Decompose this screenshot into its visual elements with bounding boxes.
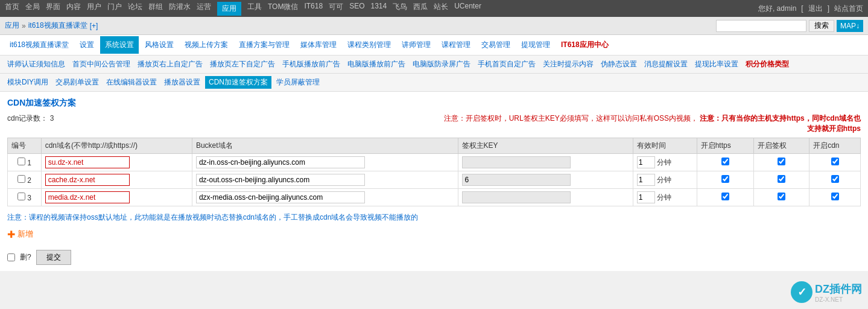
- sub1-home-notice[interactable]: 首页中间公告管理: [70, 58, 133, 71]
- nav-tools[interactable]: 工具: [247, 2, 262, 16]
- nav-content[interactable]: 内容: [66, 2, 81, 16]
- nav-1314[interactable]: 1314: [370, 2, 387, 16]
- row-checkbox-2[interactable]: [17, 175, 25, 183]
- nav-user[interactable]: 用户: [87, 2, 101, 16]
- time-input-1[interactable]: [637, 156, 655, 168]
- cdn-domain-input-2[interactable]: [45, 174, 130, 186]
- bucket-input-2[interactable]: [196, 174, 365, 186]
- https-checkbox-3[interactable]: [721, 193, 729, 200]
- sub1-static[interactable]: 伪静态设置: [598, 58, 639, 71]
- sub2-player[interactable]: 播放器设置: [162, 76, 203, 89]
- breadcrumb-add[interactable]: [+]: [90, 22, 98, 30]
- nav-ui[interactable]: 界面: [46, 2, 60, 16]
- sign-checkbox-1[interactable]: [778, 158, 785, 165]
- time-input-3[interactable]: [637, 191, 655, 203]
- breadcrumb-plugin[interactable]: it618视频直播课堂: [28, 21, 87, 31]
- time-input-2[interactable]: [637, 174, 655, 186]
- sub1-mobile-ad[interactable]: 手机版播放前广告: [280, 58, 343, 71]
- appnav-title[interactable]: it618视频直播课堂: [5, 36, 74, 54]
- sub1-price-type[interactable]: 积分价格类型: [743, 58, 791, 71]
- appnav-course[interactable]: 课程管理: [437, 36, 475, 54]
- cdn-checkbox-1[interactable]: [831, 158, 839, 165]
- map-button[interactable]: MAP↓: [837, 20, 863, 32]
- sub1-teacher-cert[interactable]: 讲师认证须知信息: [5, 58, 68, 71]
- bucket-input-1[interactable]: [196, 156, 365, 168]
- nav-spam[interactable]: 防灌水: [169, 2, 191, 16]
- row-checkbox-1[interactable]: [17, 158, 25, 165]
- sub2-trade-script[interactable]: 交易剧单设置: [53, 76, 101, 89]
- appnav-it618center[interactable]: IT618应用中心: [556, 36, 613, 54]
- nav-tomwx[interactable]: TOM微信: [268, 2, 298, 16]
- nav-group[interactable]: 群组: [148, 2, 163, 16]
- key-input-2[interactable]: [462, 174, 571, 186]
- nav-xigua[interactable]: 西瓜: [413, 2, 428, 16]
- footer-notice: 注意：课程的视频请保持oss默认地址，此功能就是在播放视频时动态替换cdn域名的…: [7, 212, 861, 223]
- nav-app[interactable]: 应用: [217, 2, 241, 16]
- col-num: 编号: [8, 138, 42, 153]
- sub-nav-1: 讲师认证须知信息 首页中间公告管理 播放页右上自定广告 播放页左下自定广告 手机…: [0, 56, 868, 74]
- sub1-follow-tip[interactable]: 关注时提示内容: [540, 58, 596, 71]
- submit-button[interactable]: 提交: [36, 250, 71, 265]
- appnav-media[interactable]: 媒体库管理: [296, 36, 341, 54]
- nav-portal[interactable]: 门户: [107, 2, 122, 16]
- add-button[interactable]: ✚ 新增: [7, 229, 33, 240]
- appnav-trade[interactable]: 交易管理: [477, 36, 515, 54]
- sub2-diy[interactable]: 模块DIY调用: [5, 76, 51, 89]
- appnav-settings[interactable]: 设置: [75, 36, 99, 54]
- appnav-withdraw[interactable]: 提现管理: [516, 36, 555, 54]
- nav-forum[interactable]: 论坛: [128, 2, 142, 16]
- nav-feiniao[interactable]: 飞鸟: [393, 2, 407, 16]
- appnav-live[interactable]: 直播方案与管理: [234, 36, 294, 54]
- sign-checkbox-2[interactable]: [778, 175, 785, 183]
- nav-home[interactable]: 首页: [5, 2, 19, 16]
- sub1-ad-bottom-left[interactable]: 播放页左下自定广告: [207, 58, 277, 71]
- delete-checkbox[interactable]: [7, 253, 15, 261]
- sub1-ad-top-right[interactable]: 播放页右上自定广告: [135, 58, 205, 71]
- nav-it618[interactable]: IT618: [304, 2, 323, 16]
- https-checkbox-1[interactable]: [721, 158, 729, 165]
- cdn-domain-input-1[interactable]: [45, 156, 130, 168]
- sub2-student-block[interactable]: 学员屏蔽管理: [274, 76, 322, 89]
- site-home-link[interactable]: 站点首页: [834, 4, 863, 14]
- key-input-3[interactable]: [462, 191, 571, 203]
- breadcrumb-app[interactable]: 应用: [5, 21, 19, 31]
- user-bracket2: ]: [828, 4, 829, 13]
- sub2-cdn[interactable]: CDN加速签权方案: [205, 76, 271, 89]
- appnav-course-cat[interactable]: 课程类别管理: [343, 36, 396, 54]
- sub1-pc-ad[interactable]: 电脑版播放前广告: [345, 58, 408, 71]
- nav-webmaster[interactable]: 站长: [434, 2, 448, 16]
- nav-seo[interactable]: SEO: [349, 2, 364, 16]
- sub1-pc-screen[interactable]: 电脑版防录屏广告: [410, 58, 473, 71]
- appnav-upload[interactable]: 视频上传方案: [180, 36, 233, 54]
- sign-checkbox-3[interactable]: [778, 193, 785, 200]
- appnav-teacher[interactable]: 讲师管理: [397, 36, 436, 54]
- nav-ops[interactable]: 运营: [197, 2, 211, 16]
- appnav-system[interactable]: 系统设置: [100, 36, 139, 54]
- col-key: 签权主KEY: [458, 138, 633, 153]
- app-nav: it618视频直播课堂 设置 系统设置 风格设置 视频上传方案 直播方案与管理 …: [0, 35, 868, 56]
- notice1: 注意：开启签权时，URL签权主KEY必须填写，这样可以访问私有OSS内视频，: [444, 114, 698, 123]
- nav-global[interactable]: 全局: [25, 2, 40, 16]
- col-https: 开启https: [697, 138, 754, 153]
- cdn-checkbox-3[interactable]: [831, 193, 839, 200]
- sub1-mobile-home[interactable]: 手机首页自定广告: [475, 58, 538, 71]
- sub1-msg[interactable]: 消息提醒设置: [642, 58, 690, 71]
- bucket-input-3[interactable]: [196, 191, 365, 203]
- cdn-checkbox-2[interactable]: [831, 175, 839, 183]
- row-checkbox-3[interactable]: [17, 193, 25, 200]
- top-navbar: 首页 全局 界面 内容 用户 门户 论坛 群组 防灌水 运营 应用 工具 TOM…: [0, 0, 868, 17]
- top-nav-links: 首页 全局 界面 内容 用户 门户 论坛 群组 防灌水 运营 应用 工具 TOM…: [5, 2, 481, 16]
- https-checkbox-2[interactable]: [721, 175, 729, 183]
- cdn-domain-input-3[interactable]: [45, 191, 130, 203]
- search-button[interactable]: 搜索: [809, 20, 834, 32]
- search-input[interactable]: [716, 20, 806, 32]
- nav-ucenter[interactable]: UCenter: [454, 2, 481, 16]
- sub2-editor[interactable]: 在线编辑器设置: [104, 76, 159, 89]
- nav-keke[interactable]: 可可: [329, 2, 343, 16]
- appnav-style[interactable]: 风格设置: [140, 36, 179, 54]
- sub1-rate[interactable]: 提现比率设置: [692, 58, 741, 71]
- key-input-1[interactable]: [462, 156, 571, 168]
- cdn-table: 编号 cdn域名(不带http://或https://) Bucket域名 签权…: [7, 138, 861, 206]
- logout-link[interactable]: 退出: [808, 4, 823, 14]
- breadcrumb-search: 搜索 MAP↓: [716, 20, 863, 32]
